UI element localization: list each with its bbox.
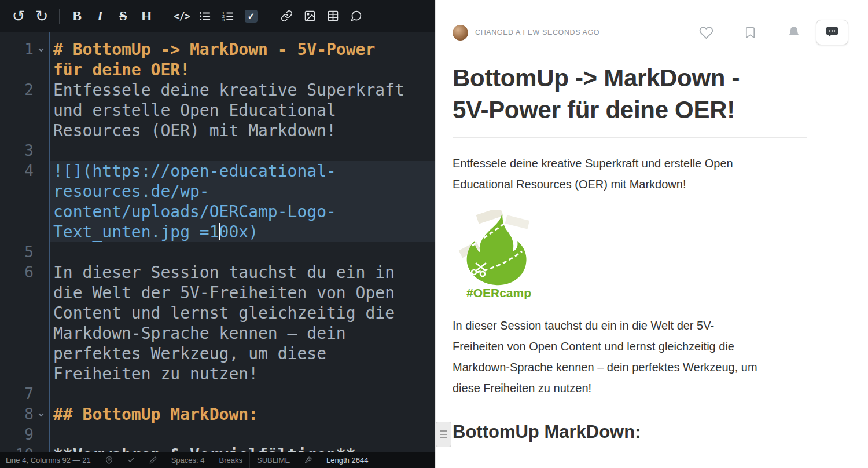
- line-gutter: 3: [0, 141, 49, 161]
- editor-line: 7: [0, 384, 435, 404]
- comment-button[interactable]: [344, 5, 367, 28]
- line-number: 2: [0, 80, 34, 100]
- grip-line: [440, 434, 447, 435]
- split-drag-handle[interactable]: [436, 422, 451, 447]
- toolbar-divider: [164, 9, 164, 24]
- open-comments-button[interactable]: [816, 20, 848, 45]
- strikethrough-icon: S: [119, 8, 127, 24]
- editor-toolbar: ↺ ↻ B I S H </> 123 ✓: [0, 0, 435, 32]
- line-number: 7: [0, 384, 34, 404]
- numbered-list-button[interactable]: 123: [216, 5, 240, 28]
- like-button[interactable]: [699, 25, 713, 40]
- link-icon: [281, 10, 293, 22]
- paragraph: In dieser Session tauchst du ein in die …: [453, 315, 758, 398]
- toolbar-divider: [59, 9, 60, 24]
- section-heading: BottomUp MarkDown:: [453, 422, 807, 451]
- italic-button[interactable]: I: [89, 5, 112, 28]
- document-meta-row: CHANGED A FEW SECONDS AGO: [453, 20, 848, 45]
- line-gutter: 7: [0, 384, 49, 404]
- oercamp-logo-figure: #OERcamp: [453, 210, 551, 300]
- speech-bubble-icon: [825, 25, 839, 39]
- undo-icon: ↺: [12, 7, 25, 25]
- editor-pane: ↺ ↻ B I S H </> 123 ✓: [0, 0, 435, 468]
- bullet-list-button[interactable]: [193, 5, 216, 28]
- fold-caret-icon[interactable]: [34, 39, 49, 60]
- bookmark-icon: [744, 26, 757, 39]
- oercamp-flame-logo: [453, 210, 545, 286]
- code-line-text[interactable]: # BottomUp -> MarkDown - 5V-Power für de…: [50, 39, 435, 80]
- editor-statusbar: Line 4, Columns 92 — 21 Spaces: 4 Breaks…: [0, 452, 435, 468]
- editor-line: 8 ## BottomUp MarkDown:: [0, 404, 435, 425]
- editor-line: 10 **Verwahren & Vervielfältigen**: [0, 445, 435, 452]
- line-number: 3: [0, 141, 34, 161]
- bullet-list-icon: [198, 10, 211, 23]
- checklist-button[interactable]: ✓: [240, 5, 263, 28]
- editor-line: 9: [0, 425, 435, 445]
- toolbar-divider: [269, 9, 269, 24]
- brush-icon: [149, 456, 157, 464]
- code-line-text[interactable]: Entfessele deine kreative Superkraft und…: [50, 80, 435, 141]
- redo-button[interactable]: ↻: [30, 5, 53, 28]
- fold-caret-icon[interactable]: [34, 404, 49, 425]
- author-avatar[interactable]: [453, 25, 468, 41]
- code-button[interactable]: </>: [170, 5, 193, 28]
- comment-icon: [350, 10, 362, 22]
- heart-icon: [699, 25, 713, 40]
- cursor-position-status: Line 4, Columns 92 — 21: [0, 452, 98, 468]
- notifications-button[interactable]: [787, 25, 801, 39]
- code-line-text[interactable]: In dieser Session tauchst du ein in die …: [50, 262, 435, 384]
- wrench-icon: [304, 456, 312, 464]
- preview-pane: CHANGED A FEW SECONDS AGO BottomUp -> Ma…: [435, 0, 868, 468]
- code-line-text[interactable]: [50, 242, 435, 262]
- svg-text:3: 3: [222, 17, 225, 22]
- code-icon: </>: [174, 10, 190, 22]
- grip-line: [440, 437, 447, 438]
- editor-line: 6 In dieser Session tauchst du ein in di…: [0, 262, 435, 384]
- heading-button[interactable]: H: [135, 5, 158, 28]
- line-gutter: 6: [0, 262, 49, 384]
- table-button[interactable]: [321, 5, 344, 28]
- code-line-text[interactable]: [50, 384, 435, 404]
- image-button[interactable]: [298, 5, 321, 28]
- bookmark-button[interactable]: [744, 26, 757, 39]
- code-line-text[interactable]: **Verwahren & Vervielfältigen**: [50, 445, 435, 452]
- linebreak-setting[interactable]: Breaks: [212, 452, 249, 468]
- editor-line: 1 # BottomUp -> MarkDown - 5V-Power für …: [0, 39, 435, 80]
- line-number: 1: [0, 39, 34, 60]
- editor-line: 5: [0, 242, 435, 262]
- logo-caption: #OERcamp: [453, 286, 545, 300]
- editor-line: 2 Entfessele deine kreative Superkraft u…: [0, 80, 435, 141]
- pin-status-button[interactable]: [98, 452, 120, 468]
- undo-button[interactable]: ↺: [7, 5, 30, 28]
- italic-icon: I: [97, 8, 102, 24]
- code-line-text[interactable]: [50, 425, 435, 445]
- line-gutter: 10: [0, 445, 49, 452]
- theme-brush-button[interactable]: [142, 452, 164, 468]
- heading-icon: H: [141, 8, 152, 24]
- image-icon: [304, 10, 316, 22]
- line-number: 10: [0, 445, 34, 452]
- line-number: 9: [0, 425, 34, 445]
- last-changed-label: CHANGED A FEW SECONDS AGO: [475, 28, 599, 36]
- check-icon: [127, 456, 135, 464]
- preferences-button[interactable]: [297, 452, 319, 468]
- line-number: 6: [0, 262, 34, 283]
- keymap-setting[interactable]: SUBLIME: [249, 452, 297, 468]
- line-gutter: 5: [0, 242, 49, 262]
- url-text-before-cursor: ![](https://open-educational-resources.d…: [53, 162, 336, 242]
- url-text-after-cursor: 00x): [219, 222, 258, 242]
- link-button[interactable]: [275, 5, 298, 28]
- paragraph: Entfessele deine kreative Superkraft und…: [453, 153, 758, 195]
- map-pin-icon: [105, 456, 113, 464]
- code-editor[interactable]: 1 # BottomUp -> MarkDown - 5V-Power für …: [0, 32, 435, 452]
- indent-setting[interactable]: Spaces: 4: [164, 452, 212, 468]
- line-number: 5: [0, 242, 34, 262]
- spellcheck-status-button[interactable]: [120, 452, 142, 468]
- strikethrough-button[interactable]: S: [112, 5, 135, 28]
- code-line-text[interactable]: ![](https://open-educational-resources.d…: [50, 161, 435, 242]
- code-line-text[interactable]: [50, 141, 435, 161]
- code-line-text[interactable]: ## BottomUp MarkDown:: [50, 404, 435, 425]
- bold-button[interactable]: B: [65, 5, 89, 28]
- line-gutter: 4: [0, 161, 49, 242]
- table-icon: [327, 10, 339, 22]
